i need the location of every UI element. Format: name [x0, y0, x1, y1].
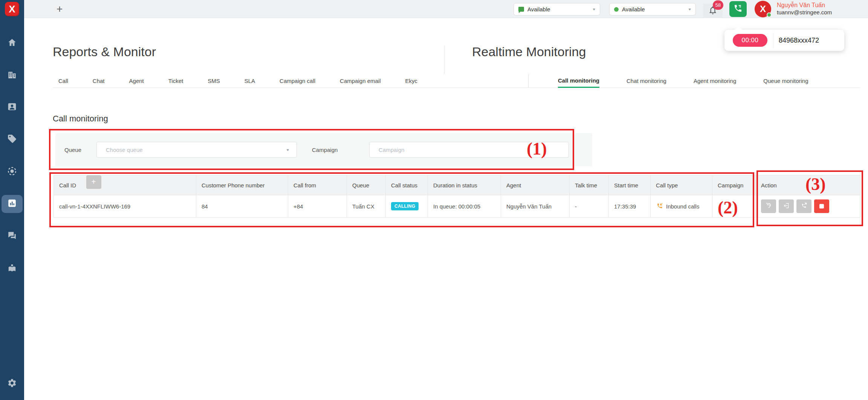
campaign-input[interactable] — [369, 142, 569, 158]
col-agent: Agent — [501, 175, 570, 195]
stop-icon — [819, 204, 824, 208]
col-customer-phone: Customer Phone number — [196, 175, 288, 195]
end-call-button[interactable] — [814, 199, 829, 213]
col-campaign: Campaign — [712, 175, 756, 195]
tag-icon — [7, 134, 17, 145]
sidebar-item-company[interactable] — [0, 66, 24, 84]
cell-action: + — [756, 195, 860, 218]
action-buttons: + — [761, 199, 857, 213]
cell-talk-time: - — [570, 195, 609, 218]
phone-icon — [734, 4, 743, 14]
col-queue: Queue — [347, 175, 386, 195]
tab-campaign-call[interactable]: Campaign call — [280, 74, 315, 88]
col-duration: Duration in status — [428, 175, 501, 195]
sidebar-item-tags[interactable] — [0, 130, 24, 149]
presence-dot — [767, 12, 772, 17]
user-email: tuannv@stringee.com — [777, 9, 832, 16]
chevron-down-icon: ▾ — [593, 7, 595, 12]
chat-status-icon — [518, 7, 524, 12]
target-icon — [7, 166, 17, 178]
table-row: call-vn-1-4XXNFLIWW6-169 84 +84 Tuấn CX … — [54, 195, 860, 218]
call-type-label: Inbound calls — [666, 203, 699, 210]
tab-chat[interactable]: Chat — [93, 74, 105, 88]
chevron-down-icon: ▾ — [688, 7, 691, 12]
new-tab-button[interactable]: + — [57, 0, 63, 18]
book-person-icon — [7, 263, 17, 274]
sidebar-item-home[interactable] — [0, 34, 24, 52]
col-action: Action — [756, 175, 860, 195]
col-call-status: Call status — [386, 175, 428, 195]
app-window: X + Available — [0, 0, 868, 400]
gear-icon — [7, 378, 17, 389]
popover-divider — [773, 33, 774, 48]
page-title-realtime: Realtime Monitoring — [472, 44, 586, 59]
topbar: + Available ▾ Available ▾ 58 X Nguyễn Vă… — [24, 0, 868, 18]
monitoring-tabs: Call monitoring Chat monitoring Agent mo… — [528, 74, 808, 88]
queue-label: Queue — [64, 133, 81, 166]
cell-customer-phone: 84 — [196, 195, 288, 218]
chevron-down-icon: ▾ — [286, 147, 289, 152]
cell-call-id: call-vn-1-4XXNFLIWW6-169 — [54, 195, 196, 218]
tab-queue-monitoring[interactable]: Queue monitoring — [763, 74, 808, 88]
popover-arrow — [734, 26, 743, 30]
heading-divider — [444, 46, 445, 74]
tab-call-monitoring[interactable]: Call monitoring — [558, 74, 599, 88]
sidebar: X — [0, 0, 24, 400]
user-info[interactable]: Nguyễn Văn Tuấn tuannv@stringee.com — [777, 2, 832, 16]
user-avatar[interactable]: X — [755, 1, 771, 17]
user-name: Nguyễn Văn Tuấn — [777, 2, 832, 9]
transfer-call-button[interactable] — [796, 199, 811, 213]
cell-call-type: Inbound calls — [651, 195, 712, 218]
cell-queue: Tuấn CX — [347, 195, 386, 218]
tab-agent-monitoring[interactable]: Agent monitoring — [694, 74, 736, 88]
cell-campaign — [712, 195, 756, 218]
table-header-row: Call ID Customer Phone number Call from … — [54, 175, 860, 195]
call-timer-pill: 00:00 — [733, 34, 767, 47]
tab-call[interactable]: Call — [58, 74, 68, 88]
whisper-exit-icon — [783, 202, 790, 210]
active-call-popover[interactable]: 00:00 84968xxx472 — [724, 30, 844, 51]
sidebar-item-chat[interactable] — [0, 227, 24, 245]
chat-status-value: Available — [527, 6, 589, 12]
queue-select[interactable]: Choose queue ▾ — [96, 142, 297, 158]
transfer-phone-icon — [801, 202, 808, 210]
whisper-call-button[interactable] — [779, 199, 794, 213]
tab-ticket[interactable]: Ticket — [168, 74, 183, 88]
stringee-logo[interactable]: X — [5, 2, 19, 16]
tab-agent[interactable]: Agent — [129, 74, 144, 88]
col-call-type: Call type — [651, 175, 712, 195]
notification-badge: 58 — [713, 0, 723, 10]
cell-call-status: CALLING — [386, 195, 428, 218]
listen-call-button[interactable] — [761, 199, 776, 213]
call-monitoring-table: Call ID Customer Phone number Call from … — [53, 175, 860, 218]
tab-chat-monitoring[interactable]: Chat monitoring — [627, 74, 666, 88]
call-status-dropdown[interactable]: Available ▾ — [609, 3, 696, 15]
sidebar-item-knowledge[interactable] — [0, 260, 24, 278]
tab-sla[interactable]: SLA — [245, 74, 255, 88]
section-title: Call monitoring — [53, 114, 108, 124]
cell-call-from: +84 — [288, 195, 347, 218]
cell-duration: In queue: 00:00:05 — [428, 195, 501, 218]
chat-bubbles-icon — [7, 231, 17, 242]
tab-campaign-email[interactable]: Campaign email — [340, 74, 381, 88]
sidebar-item-contacts[interactable] — [0, 98, 24, 116]
inbound-call-icon — [656, 202, 663, 211]
sidebar-item-settings[interactable] — [0, 375, 24, 393]
sidebar-item-reports-active[interactable] — [2, 195, 23, 213]
page-title-reports: Reports & Monitor — [53, 44, 156, 59]
campaign-label: Campaign — [312, 133, 338, 166]
tab-ekyc[interactable]: Ekyc — [405, 74, 418, 88]
col-start-time: Start time — [609, 175, 651, 195]
tab-sms[interactable]: SMS — [208, 74, 220, 88]
queue-select-placeholder: Choose queue — [106, 147, 286, 153]
cell-agent: Nguyễn Văn Tuấn — [501, 195, 570, 218]
softphone-button[interactable] — [729, 1, 747, 17]
bar-chart-icon — [7, 198, 17, 210]
col-talk-time: Talk time — [570, 175, 609, 195]
calling-status-badge: CALLING — [391, 202, 419, 210]
call-status-icon — [614, 7, 619, 12]
reports-tabs: Call Chat Agent Ticket SMS SLA Campaign … — [58, 74, 417, 88]
chat-status-dropdown[interactable]: Available ▾ — [513, 3, 600, 15]
listen-ear-icon — [765, 202, 772, 210]
sidebar-item-campaigns[interactable] — [0, 163, 24, 181]
